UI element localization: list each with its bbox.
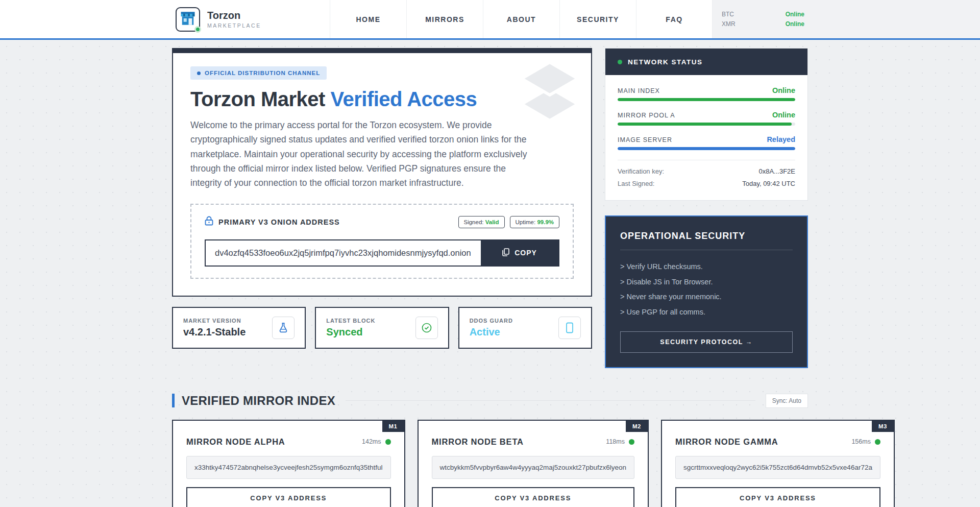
opsec-rule: > Use PGP for all comms. bbox=[620, 305, 793, 320]
storefront-icon bbox=[179, 9, 197, 30]
official-channel-badge: OFFICIAL DISTRIBUTION CHANNEL bbox=[190, 66, 327, 80]
online-status-dot bbox=[194, 26, 201, 33]
green-status-dot bbox=[618, 60, 622, 64]
page-title-dark: Torzon Market bbox=[190, 88, 325, 110]
nav-item-home[interactable]: HOME bbox=[330, 0, 406, 38]
brand: Torzon MARKETPLACE bbox=[176, 0, 261, 38]
hero-description: Welcome to the primary access portal for… bbox=[190, 118, 537, 190]
divider bbox=[620, 250, 793, 250]
meta-label: Verification key: bbox=[618, 167, 664, 175]
top-header: Torzon MARKETPLACE HOME MIRRORS ABOUT SE… bbox=[0, 0, 980, 40]
copy-v3-address-button[interactable]: COPY V3 ADDRESS bbox=[675, 487, 880, 507]
operational-security-panel: OPERATIONAL SECURITY > Verify URL checks… bbox=[605, 215, 808, 368]
ticker-value: Online bbox=[786, 20, 804, 28]
crypto-ticker: BTC Online XMR Online bbox=[713, 0, 980, 38]
flask-icon[interactable] bbox=[272, 317, 295, 339]
stat-label: MARKET VERSION bbox=[183, 318, 246, 324]
mirror-ping: 156ms bbox=[851, 438, 871, 445]
stat-label: DDOS GUARD bbox=[470, 318, 513, 324]
hero-top-strip bbox=[173, 49, 591, 53]
lock-icon bbox=[205, 216, 213, 228]
mirror-name: MIRROR NODE ALPHA bbox=[186, 437, 285, 447]
primary-onion-address[interactable]: dv4ozfq4533foeo6ux2jq5jrimfpq7iyvhc23xjq… bbox=[206, 240, 481, 265]
nav-item-faq[interactable]: FAQ bbox=[636, 0, 713, 38]
stat-card-market-version: MARKET VERSION v4.2.1-Stable bbox=[172, 307, 306, 349]
verification-meta: Verification key: 0x8A...3F2E Last Signe… bbox=[618, 160, 795, 187]
mirror-card-gamma: M3 MIRROR NODE GAMMA 156ms sgcrttmxxveql… bbox=[661, 420, 895, 507]
stat-card-latest-block: LATEST BLOCK Synced bbox=[315, 307, 449, 349]
mirror-tag: M1 bbox=[382, 421, 404, 432]
meta-row: Verification key: 0x8A...3F2E bbox=[618, 167, 795, 175]
main-nav: HOME MIRRORS ABOUT SECURITY FAQ bbox=[330, 0, 713, 38]
mirror-address[interactable]: wtcbykkm5fvvpbyr6aw4w4yyyaq2maj5zouxkt27… bbox=[432, 456, 634, 479]
mirror-cards: M1 MIRROR NODE ALPHA 142ms x33htky474572… bbox=[172, 420, 808, 507]
section-accent-bar bbox=[172, 394, 175, 407]
service-status: Online bbox=[772, 111, 795, 119]
check-circle-icon[interactable] bbox=[415, 317, 438, 339]
sync-auto-chip[interactable]: Sync: Auto bbox=[766, 394, 808, 408]
nav-item-mirrors[interactable]: MIRRORS bbox=[406, 0, 483, 38]
signed-badge: Signed: Valid bbox=[458, 216, 505, 228]
stat-label: LATEST BLOCK bbox=[326, 318, 375, 324]
stat-card-ddos-guard: DDOS GUARD Active bbox=[458, 307, 592, 349]
mirror-address[interactable]: x33htky474572abnqhelse3ycveejfesh25symgm… bbox=[186, 456, 391, 479]
stat-value: Synced bbox=[326, 326, 375, 338]
service-name: MIRROR POOL A bbox=[618, 112, 675, 119]
primary-address-bar: dv4ozfq4533foeo6ux2jq5jrimfpq7iyvhc23xjq… bbox=[205, 239, 559, 267]
service-row-image-server: IMAGE SERVER Relayed bbox=[618, 135, 795, 150]
mirror-card-beta: M2 MIRROR NODE BETA 118ms wtcbykkm5fvvpb… bbox=[418, 420, 649, 507]
stat-value: Active bbox=[470, 326, 513, 338]
copy-button[interactable]: COPY bbox=[481, 240, 558, 265]
online-dot-icon bbox=[629, 439, 634, 445]
opsec-rule: > Verify URL checksums. bbox=[620, 259, 793, 275]
brand-name: Torzon bbox=[207, 10, 261, 21]
service-bar bbox=[618, 123, 795, 126]
opsec-rule: > Disable JS in Tor Browser. bbox=[620, 275, 793, 290]
brand-logo bbox=[176, 7, 200, 32]
mirror-section-header: VERIFIED MIRROR INDEX Sync: Auto bbox=[172, 394, 808, 408]
service-status: Online bbox=[772, 86, 795, 94]
mirror-ping: 142ms bbox=[362, 438, 381, 445]
online-dot-icon bbox=[385, 439, 391, 445]
ticker-row-btc: BTC Online bbox=[722, 11, 804, 18]
mirror-address[interactable]: sgcrttmxxveqloqy2wyc62i5k755zct6d64dmvb5… bbox=[675, 456, 880, 479]
onion-address-panel: PRIMARY V3 ONION ADDRESS Signed: Valid U… bbox=[190, 204, 574, 279]
ticker-row-xmr: XMR Online bbox=[722, 20, 804, 28]
service-bar bbox=[618, 147, 795, 150]
nav-item-about[interactable]: ABOUT bbox=[483, 0, 559, 38]
page-title-accent: Verified Access bbox=[331, 88, 477, 110]
nav-item-security[interactable]: SECURITY bbox=[559, 0, 636, 38]
panel-title: NETWORK STATUS bbox=[628, 58, 703, 66]
guard-icon[interactable] bbox=[558, 317, 581, 339]
section-title: VERIFIED MIRROR INDEX bbox=[182, 394, 335, 408]
divider bbox=[346, 400, 755, 401]
hero-card: OFFICIAL DISTRIBUTION CHANNEL Torzon Mar… bbox=[172, 48, 592, 297]
layers-icon bbox=[522, 62, 578, 131]
stat-cards: MARKET VERSION v4.2.1-Stable LATEST BLOC… bbox=[172, 307, 592, 349]
service-name: IMAGE SERVER bbox=[618, 136, 672, 143]
uptime-badge: Uptime: 99.9% bbox=[510, 216, 559, 228]
copy-v3-address-button[interactable]: COPY V3 ADDRESS bbox=[432, 487, 634, 507]
ticker-label: BTC bbox=[722, 11, 734, 18]
meta-value: Today, 09:42 UTC bbox=[742, 180, 795, 187]
ticker-label: XMR bbox=[722, 20, 736, 28]
network-status-header: NETWORK STATUS bbox=[605, 49, 807, 75]
badge-label: OFFICIAL DISTRIBUTION CHANNEL bbox=[205, 70, 320, 76]
meta-row: Last Signed: Today, 09:42 UTC bbox=[618, 180, 795, 187]
copy-v3-address-button[interactable]: COPY V3 ADDRESS bbox=[186, 487, 391, 507]
copy-label: COPY bbox=[514, 249, 537, 257]
mirror-tag: M2 bbox=[626, 421, 648, 432]
security-protocol-button[interactable]: SECURITY PROTOCOL → bbox=[620, 331, 793, 353]
service-status: Relayed bbox=[767, 135, 795, 143]
service-row-main-index: MAIN INDEX Online bbox=[618, 86, 795, 101]
online-dot-icon bbox=[875, 439, 880, 445]
page-title: Torzon Market Verified Access bbox=[190, 88, 574, 111]
opsec-rule: > Never share your mnemonic. bbox=[620, 289, 793, 305]
service-bar bbox=[618, 98, 795, 101]
mirror-ping: 118ms bbox=[606, 438, 625, 445]
mirror-tag: M3 bbox=[872, 421, 894, 432]
mirror-name: MIRROR NODE BETA bbox=[432, 437, 524, 447]
brand-tagline: MARKETPLACE bbox=[207, 22, 261, 29]
meta-label: Last Signed: bbox=[618, 180, 654, 187]
service-row-mirror-pool: MIRROR POOL A Online bbox=[618, 111, 795, 126]
